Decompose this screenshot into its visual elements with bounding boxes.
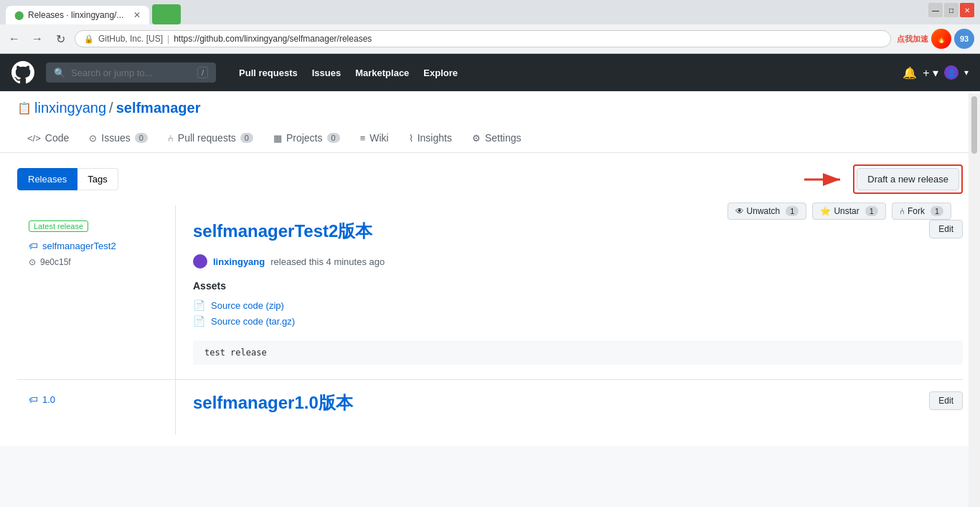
unwatch-count: 1: [786, 206, 798, 216]
release-main-2: selfmanager1.0版本 Edit: [175, 380, 963, 434]
tab-close-btn[interactable]: ✕: [133, 10, 141, 20]
tab-wiki[interactable]: ≡ Wiki: [350, 125, 399, 152]
release-title-1[interactable]: selfmanagerTest2版本: [193, 220, 372, 243]
unstar-btn[interactable]: ⭐ Unstar 1: [812, 203, 885, 220]
releases-toolbar: Releases Tags Draft a new release: [17, 164, 963, 194]
tab-projects[interactable]: ▦ Projects 0: [263, 125, 350, 152]
unstar-count: 1: [865, 206, 878, 216]
nav-issues[interactable]: Issues: [306, 62, 347, 84]
tab-code[interactable]: </> Code: [17, 125, 79, 152]
tab-title: Releases · linxingyang/...: [28, 10, 129, 20]
breadcrumb: 📋 linxingyang / selfmanager: [17, 100, 963, 116]
arrow-icon: [804, 169, 847, 190]
draft-btn-highlight-box: Draft a new release: [853, 164, 963, 194]
new-menu-btn[interactable]: + ▾: [923, 66, 938, 80]
tag-icon-2: 🏷: [29, 394, 38, 405]
nav-marketplace[interactable]: Marketplace: [349, 62, 415, 84]
asset-link-targz[interactable]: 📄 Source code (tar.gz): [193, 313, 963, 329]
github-logo: [11, 61, 34, 84]
tags-tab-btn[interactable]: Tags: [77, 168, 118, 190]
tab-insights[interactable]: ⌇ Insights: [399, 125, 462, 152]
notifications-btn[interactable]: 🔔: [903, 66, 917, 80]
extension-area: 点我加速 🔥 93: [897, 29, 974, 49]
repo-name-link[interactable]: selfmanager: [116, 100, 201, 116]
new-tab-area: [152, 4, 181, 24]
minimize-btn[interactable]: —: [928, 3, 943, 17]
lock-icon: 🔒: [84, 34, 94, 44]
repo-owner-link[interactable]: linxingyang: [34, 100, 106, 116]
unwatch-btn[interactable]: 👁 Unwatch 1: [727, 203, 807, 220]
search-box[interactable]: 🔍 /: [46, 62, 216, 83]
tag-name-2[interactable]: 1.0: [42, 394, 55, 405]
company-label: GitHub, Inc. [US]: [98, 34, 163, 44]
github-header: 🔍 / Pull requests Issues Marketplace Exp…: [0, 54, 980, 91]
refresh-btn[interactable]: ↻: [52, 30, 69, 47]
search-shortcut: /: [197, 67, 208, 78]
release-author-1[interactable]: linxingyang: [213, 256, 265, 267]
search-icon: 🔍: [54, 68, 65, 78]
release-title-2[interactable]: selfmanager1.0版本: [193, 391, 353, 414]
avatar[interactable]: 👤: [944, 65, 958, 80]
fork-label: Fork: [908, 206, 925, 216]
unwatch-label: Unwatch: [747, 206, 781, 216]
tag-name-1[interactable]: selfmanagerTest2: [42, 241, 116, 251]
breadcrumb-sep: /: [109, 100, 113, 116]
fork-btn[interactable]: ⑃ Fork 1: [892, 203, 951, 220]
tag-icon: 🏷: [29, 241, 38, 251]
extension-inner: 🔥: [937, 35, 946, 43]
back-btn[interactable]: ←: [6, 30, 23, 47]
issues-count: 0: [135, 133, 148, 143]
draft-new-release-btn[interactable]: Draft a new release: [857, 168, 959, 190]
pr-tab-icon: ⑃: [168, 133, 174, 144]
extension-text: 点我加速: [897, 34, 928, 45]
scrollbar-thumb[interactable]: [971, 96, 977, 154]
eye-icon: 👁: [735, 206, 744, 216]
edit-btn-1[interactable]: Edit: [929, 220, 963, 238]
counter-badge: 93: [954, 29, 974, 49]
edit-btn-2[interactable]: Edit: [929, 391, 963, 410]
tab-issues[interactable]: ⊙ Issues 0: [79, 125, 158, 152]
tab-favicon: ⬤: [14, 10, 24, 20]
insights-tab-icon: ⌇: [409, 133, 413, 144]
nav-pull-requests[interactable]: Pull requests: [233, 62, 303, 84]
commit-hash-1[interactable]: 9e0c15f: [40, 257, 71, 267]
fork-count: 1: [930, 206, 943, 216]
targz-icon: 📄: [193, 315, 205, 327]
releases-tab-btn[interactable]: Releases: [17, 168, 77, 190]
maximize-btn[interactable]: □: [944, 3, 958, 17]
sidebar-tag-2: 🏷 1.0: [29, 394, 164, 405]
scrollbar[interactable]: [969, 93, 980, 446]
extension-icon[interactable]: 🔥: [931, 29, 951, 49]
tab-settings[interactable]: ⚙ Settings: [462, 125, 532, 152]
address-bar[interactable]: 🔒 GitHub, Inc. [US] | https://github.com…: [75, 30, 891, 47]
address-separator: |: [167, 34, 169, 44]
projects-count: 0: [327, 133, 340, 143]
tab-pull-requests[interactable]: ⑃ Pull requests 0: [158, 125, 263, 152]
tab-pr-label: Pull requests: [178, 132, 236, 144]
issues-tab-icon: ⊙: [89, 133, 97, 144]
search-input[interactable]: [71, 68, 192, 78]
main-nav: Pull requests Issues Marketplace Explore: [233, 62, 463, 84]
forward-btn[interactable]: →: [29, 30, 46, 47]
release-notes-1: test release: [193, 340, 963, 365]
url-text: https://github.com/linxingyang/selfmanag…: [174, 34, 882, 44]
tab-wiki-label: Wiki: [369, 132, 388, 144]
pr-count: 0: [240, 133, 253, 143]
repo-icon: 📋: [17, 101, 32, 115]
sidebar-commit-1: ⊙ 9e0c15f: [29, 257, 164, 267]
close-btn[interactable]: ✕: [960, 3, 974, 17]
wiki-tab-icon: ≡: [360, 133, 366, 144]
browser-tab-active[interactable]: ⬤ Releases · linxingyang/... ✕: [6, 6, 149, 24]
avatar-dropdown-arrow[interactable]: ▾: [964, 68, 969, 78]
nav-explore[interactable]: Explore: [418, 62, 463, 84]
tab-settings-label: Settings: [485, 132, 522, 144]
star-icon: ⭐: [820, 206, 831, 216]
asset-link-zip[interactable]: 📄 Source code (zip): [193, 297, 963, 313]
asset-label-targz: Source code (tar.gz): [211, 316, 295, 327]
unstar-label: Unstar: [834, 206, 859, 216]
releases-page: Releases Tags Draft a new release L: [0, 153, 980, 446]
release-meta-1: linxingyang released this 4 minutes ago: [193, 254, 963, 269]
releases-layout-2: 🏷 1.0 selfmanager1.0版本 Edit: [17, 380, 963, 434]
latest-badge: Latest release: [29, 220, 88, 232]
release-sidebar-1: Latest release 🏷 selfmanagerTest2 ⊙ 9e0c…: [17, 205, 175, 379]
